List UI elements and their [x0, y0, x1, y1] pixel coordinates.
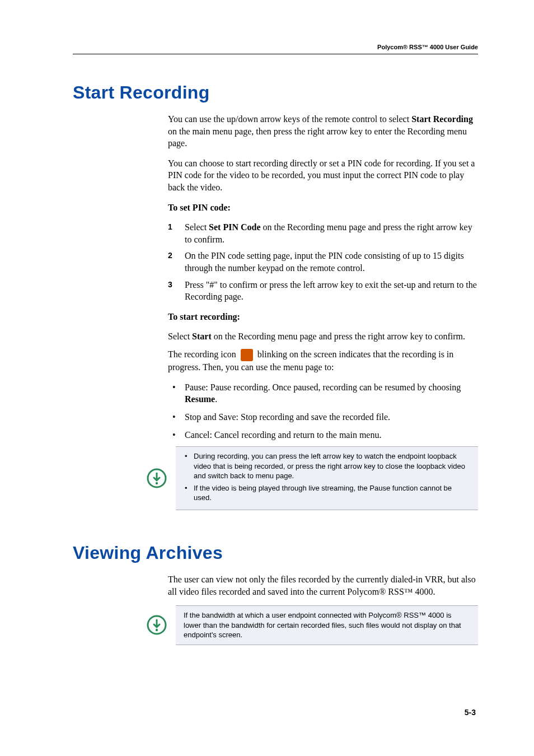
action-pause: Pause: Pause recording. Once paused, rec… — [168, 381, 478, 405]
intro1-a: You can use the up/down arrow keys of th… — [168, 114, 411, 124]
action-bold: Resume — [185, 394, 215, 404]
section-heading-viewing-archives: Viewing Archives — [73, 543, 478, 563]
step-text-pre: On the PIN code setting page, input the … — [185, 251, 464, 273]
action-cancel: Cancel: Cancel recording and return to t… — [168, 429, 478, 441]
action-pre: Cancel: Cancel recording and return to t… — [185, 430, 381, 440]
pin-step-1: 1 Select Set PIN Code on the Recording m… — [168, 221, 478, 245]
rec-a: The recording icon — [168, 349, 238, 359]
page-number: 5-3 — [465, 708, 476, 717]
note-block-1: During recording, you can press the left… — [146, 446, 478, 510]
action-stop-save: Stop and Save: Stop recording and save t… — [168, 411, 478, 423]
step-text-pre: Press "#" to confirm or press the left a… — [185, 280, 477, 302]
step-number: 3 — [168, 279, 172, 290]
pin-step-2: 2 On the PIN code setting page, input th… — [168, 250, 478, 274]
info-icon — [146, 468, 168, 488]
step-text-bold: Set PIN Code — [209, 222, 260, 232]
section-heading-start-recording: Start Recording — [73, 82, 478, 103]
pin-code-subhead: To set PIN code: — [168, 202, 478, 214]
intro-paragraph-1: You can use the up/down arrow keys of th… — [168, 113, 478, 150]
svg-point-1 — [156, 482, 158, 484]
start-recording-subhead: To start recording: — [168, 311, 478, 323]
pin-step-3: 3 Press "#" to confirm or press the left… — [168, 279, 478, 303]
start-c: on the Recording menu page and press the… — [212, 332, 465, 341]
recording-indicator-icon — [241, 349, 253, 361]
step-number: 2 — [168, 250, 172, 261]
action-pre: Pause: Pause recording. Once paused, rec… — [185, 382, 461, 392]
intro1-c: on the main menu page, then press the ri… — [168, 127, 467, 148]
action-pre: Stop and Save: Stop recording and save t… — [185, 412, 390, 422]
note-item: If the video is being played through liv… — [184, 483, 470, 503]
page-header-title: Polycom® RSS™ 4000 User Guide — [73, 44, 478, 54]
info-icon — [146, 615, 168, 635]
intro1-bold: Start Recording — [411, 114, 473, 124]
start-recording-paragraph: Select Start on the Recording menu page … — [168, 330, 478, 343]
action-post: . — [215, 394, 217, 404]
note-box-2: If the bandwidth at which a user endpoin… — [176, 605, 478, 645]
note-item: During recording, you can press the left… — [184, 451, 470, 481]
svg-point-3 — [156, 629, 158, 631]
note-box-1: During recording, you can press the left… — [176, 446, 478, 510]
recording-icon-paragraph: The recording icon blinking on the scree… — [168, 348, 478, 374]
step-text-pre: Select — [185, 222, 209, 232]
note-block-2: If the bandwidth at which a user endpoin… — [146, 605, 478, 645]
step-number: 1 — [168, 222, 172, 232]
intro-paragraph-2: You can choose to start recording direct… — [168, 157, 478, 194]
archives-intro: The user can view not only the files rec… — [168, 573, 478, 598]
start-bold: Start — [192, 332, 212, 341]
start-a: Select — [168, 332, 192, 341]
